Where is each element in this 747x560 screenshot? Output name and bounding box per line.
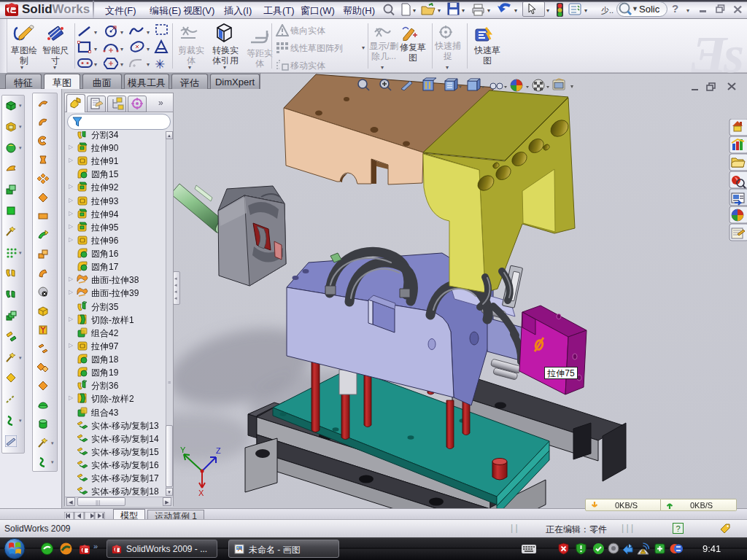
svg-text:Z: Z — [216, 446, 221, 455]
svg-text:X: X — [198, 489, 204, 497]
svg-text:Y: Y — [180, 446, 186, 454]
